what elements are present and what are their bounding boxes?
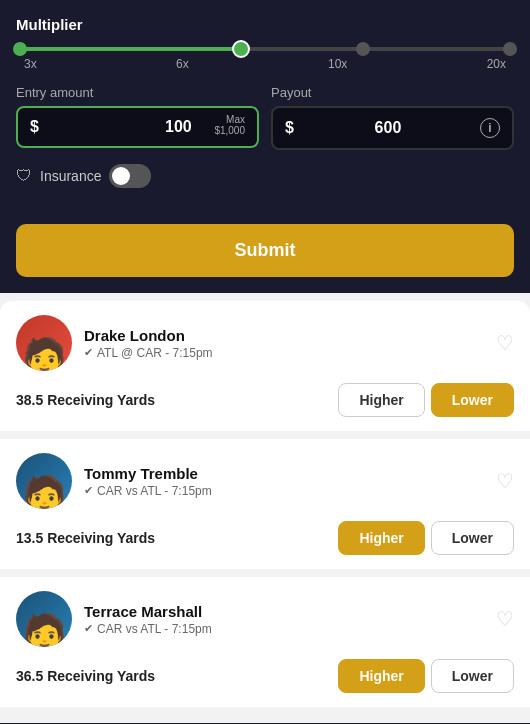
entry-dollar: $ [30, 118, 39, 136]
label-10x: 10x [328, 57, 347, 71]
favorite-button[interactable]: ♡ [496, 607, 514, 631]
stat-row: 36.5 Receiving Yards Higher Lower [16, 659, 514, 693]
max-value: $1,000 [214, 125, 245, 136]
stat-label: 38.5 Receiving Yards [16, 392, 155, 408]
lower-button[interactable]: Lower [431, 521, 514, 555]
payout-info-icon[interactable]: i [480, 118, 500, 138]
verified-icon: ✔ [84, 622, 93, 635]
lower-button[interactable]: Lower [431, 659, 514, 693]
player-name: Tommy Tremble [84, 465, 212, 482]
verified-icon: ✔ [84, 346, 93, 359]
btn-group: Higher Lower [338, 659, 514, 693]
player-card: 🧑 Terrace Marshall ✔ CAR vs ATL - 7:15pm… [0, 577, 530, 707]
cards-section: 🧑 Drake London ✔ ATL @ CAR - 7:15pm ♡ 38… [0, 293, 530, 723]
tick-3x [13, 42, 27, 56]
label-3x: 3x [24, 57, 37, 71]
insurance-toggle[interactable] [109, 164, 151, 188]
player-name: Terrace Marshall [84, 603, 212, 620]
payout-group: Payout $ 600 i [271, 85, 514, 150]
avatar-placeholder: 🧑 [16, 453, 72, 509]
btn-group: Higher Lower [338, 383, 514, 417]
tick-20x [503, 42, 517, 56]
higher-button[interactable]: Higher [338, 659, 424, 693]
lower-button[interactable]: Lower [431, 383, 514, 417]
card-top: 🧑 Tommy Tremble ✔ CAR vs ATL - 7:15pm ♡ [16, 453, 514, 509]
player-card: 🧑 Tommy Tremble ✔ CAR vs ATL - 7:15pm ♡ … [0, 439, 530, 569]
higher-button[interactable]: Higher [338, 383, 424, 417]
slider-track [20, 47, 510, 51]
slider-fill [20, 47, 241, 51]
max-label: Max $1,000 [214, 114, 245, 136]
avatar-icon: 🧑 [22, 615, 67, 647]
team-text: CAR vs ATL - 7:15pm [97, 622, 212, 636]
avatar: 🧑 [16, 591, 72, 647]
entry-input-wrapper[interactable]: $ Max $1,000 [16, 106, 259, 148]
max-text: Max [214, 114, 245, 125]
player-name: Drake London [84, 327, 213, 344]
avatar: 🧑 [16, 453, 72, 509]
avatar-icon: 🧑 [22, 339, 67, 371]
card-top: 🧑 Drake London ✔ ATL @ CAR - 7:15pm ♡ [16, 315, 514, 371]
slider-labels: 3x 6x 10x 20x [20, 57, 510, 71]
avatar-placeholder: 🧑 [16, 591, 72, 647]
opponent-text: vs ATL - 7:15pm [126, 484, 212, 498]
payout-wrapper: $ 600 i [271, 106, 514, 150]
payout-dollar: $ [285, 119, 294, 137]
tick-10x [356, 42, 370, 56]
team-abbr: CAR [97, 484, 122, 498]
player-info: 🧑 Tommy Tremble ✔ CAR vs ATL - 7:15pm [16, 453, 212, 509]
player-details: Drake London ✔ ATL @ CAR - 7:15pm [84, 327, 213, 360]
toggle-knob [112, 167, 130, 185]
card-top: 🧑 Terrace Marshall ✔ CAR vs ATL - 7:15pm… [16, 591, 514, 647]
stat-row: 38.5 Receiving Yards Higher Lower [16, 383, 514, 417]
entry-payout-row: Entry amount $ Max $1,000 Payout $ 600 i [16, 85, 514, 150]
higher-button[interactable]: Higher [338, 521, 424, 555]
label-20x: 20x [487, 57, 506, 71]
entry-group: Entry amount $ Max $1,000 [16, 85, 259, 150]
stat-row: 13.5 Receiving Yards Higher Lower [16, 521, 514, 555]
btn-group: Higher Lower [338, 521, 514, 555]
insurance-row: 🛡 Insurance [16, 164, 514, 188]
player-team: ✔ CAR vs ATL - 7:15pm [84, 622, 212, 636]
insurance-label: Insurance [40, 168, 101, 184]
label-6x: 6x [176, 57, 189, 71]
verified-icon: ✔ [84, 484, 93, 497]
payout-label: Payout [271, 85, 514, 100]
player-info: 🧑 Drake London ✔ ATL @ CAR - 7:15pm [16, 315, 213, 371]
avatar: 🧑 [16, 315, 72, 371]
team-text: CAR vs ATL - 7:15pm [97, 484, 212, 498]
avatar-placeholder: 🧑 [16, 315, 72, 371]
player-team: ✔ ATL @ CAR - 7:15pm [84, 346, 213, 360]
payout-value: 600 [375, 119, 402, 137]
player-details: Terrace Marshall ✔ CAR vs ATL - 7:15pm [84, 603, 212, 636]
player-details: Tommy Tremble ✔ CAR vs ATL - 7:15pm [84, 465, 212, 498]
stat-label: 36.5 Receiving Yards [16, 668, 155, 684]
shield-icon: 🛡 [16, 167, 32, 185]
submit-button[interactable]: Submit [16, 224, 514, 277]
player-team: ✔ CAR vs ATL - 7:15pm [84, 484, 212, 498]
favorite-button[interactable]: ♡ [496, 469, 514, 493]
opponent-text: vs ATL - 7:15pm [126, 622, 212, 636]
multiplier-slider[interactable]: 3x 6x 10x 20x [16, 47, 514, 71]
top-panel: Multiplier 3x 6x 10x 20x Entry amount $ [0, 0, 530, 208]
stat-label: 13.5 Receiving Yards [16, 530, 155, 546]
team-abbr: CAR [97, 622, 122, 636]
entry-label: Entry amount [16, 85, 259, 100]
opponent-text: @ CAR - 7:15pm [121, 346, 213, 360]
avatar-icon: 🧑 [22, 477, 67, 509]
player-info: 🧑 Terrace Marshall ✔ CAR vs ATL - 7:15pm [16, 591, 212, 647]
player-card: 🧑 Drake London ✔ ATL @ CAR - 7:15pm ♡ 38… [0, 301, 530, 431]
slider-thumb[interactable] [232, 40, 250, 58]
multiplier-title: Multiplier [16, 16, 514, 33]
team-abbr: ATL [97, 346, 118, 360]
favorite-button[interactable]: ♡ [496, 331, 514, 355]
team-text: ATL @ CAR - 7:15pm [97, 346, 213, 360]
